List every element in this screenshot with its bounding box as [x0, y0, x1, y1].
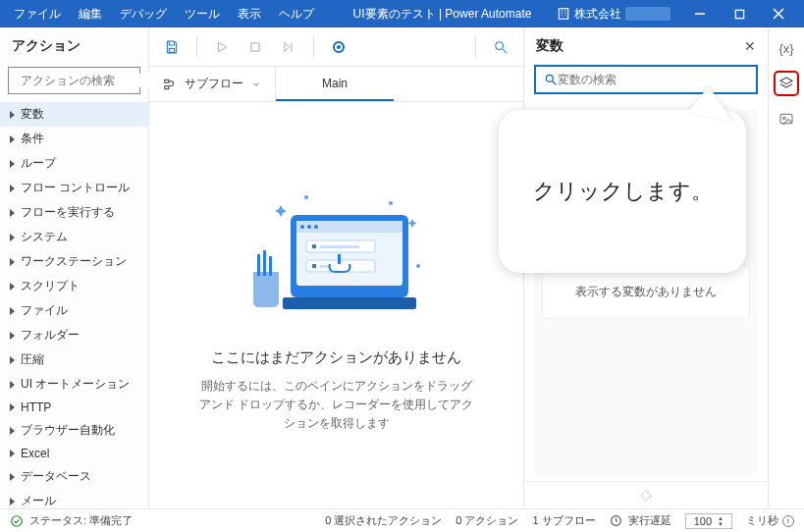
variables-footer: [524, 481, 768, 508]
actions-tree[interactable]: 変数条件ループフロー コントロールフローを実行するシステムワークステーションスク…: [0, 102, 148, 508]
actions-tree-label: ファイル: [21, 302, 68, 319]
company-badge[interactable]: 株式会社: [557, 6, 670, 23]
search-icon: [544, 73, 558, 86]
actions-tree-label: メール: [21, 493, 56, 508]
actions-tree-item[interactable]: HTTP: [0, 397, 148, 418]
rail-variables-button[interactable]: {x}: [774, 35, 799, 61]
menu-tool[interactable]: ツール: [185, 6, 220, 23]
tab-main[interactable]: Main: [276, 67, 394, 101]
layers-icon: [778, 76, 794, 91]
menu-help[interactable]: ヘルプ: [279, 6, 314, 23]
subflow-label: サブフロー: [185, 76, 243, 92]
status-text: ステータス: 準備完了: [29, 513, 133, 528]
empty-subtitle: 開始するには、このペインにアクションをドラッグ アンド ドロップするか、レコーダ…: [199, 377, 474, 434]
stop-button[interactable]: [241, 32, 270, 62]
actions-tree-item[interactable]: スクリプト: [0, 274, 148, 298]
menu-view[interactable]: 表示: [238, 6, 261, 23]
actions-search[interactable]: [8, 67, 140, 94]
svg-point-29: [389, 201, 393, 205]
actions-tree-item[interactable]: ループ: [0, 151, 148, 176]
actions-tree-item[interactable]: フロー コントロール: [0, 176, 148, 200]
actions-tree-item[interactable]: データベース: [0, 464, 148, 489]
save-button[interactable]: [157, 32, 187, 62]
image-icon: [778, 111, 794, 127]
chevron-right-icon: [10, 498, 15, 505]
menu-debug[interactable]: デバッグ: [120, 6, 167, 23]
maximize-button[interactable]: [720, 0, 759, 27]
chevron-right-icon: [10, 332, 15, 340]
chevron-right-icon: [10, 381, 15, 389]
minimize-button[interactable]: [680, 0, 720, 27]
record-icon: [333, 41, 345, 53]
actions-panel: アクション 変数条件ループフロー コントロールフローを実行するシステムワークステ…: [0, 27, 149, 508]
svg-point-30: [304, 195, 308, 199]
actions-tree-item[interactable]: 変数: [0, 102, 148, 127]
variables-search-input[interactable]: [558, 73, 748, 86]
svg-point-17: [314, 225, 318, 229]
actions-tree-item[interactable]: フローを実行する: [0, 200, 148, 225]
menu-edit[interactable]: 編集: [79, 6, 102, 23]
actions-tree-label: HTTP: [21, 400, 51, 414]
svg-point-35: [783, 117, 786, 120]
actions-tree-item[interactable]: メール: [0, 489, 148, 508]
chevron-right-icon: [10, 450, 15, 457]
company-label: 株式会社: [574, 6, 621, 23]
subflow-dropdown[interactable]: サブフロー: [149, 67, 276, 101]
clock-icon: [610, 514, 622, 527]
rail-ui-elements-button[interactable]: [774, 71, 799, 96]
rail-images-button[interactable]: [774, 106, 799, 132]
menu-file[interactable]: ファイル: [14, 6, 61, 23]
svg-rect-11: [165, 85, 169, 88]
designer-canvas[interactable]: ここにはまだアクションがありません 開始するには、このペインにアクションをドラッ…: [149, 102, 523, 508]
svg-rect-2: [735, 10, 743, 18]
actions-tree-item[interactable]: 圧縮: [0, 347, 148, 372]
svg-rect-28: [269, 256, 272, 276]
delay-input[interactable]: 100 ▲▼: [685, 513, 732, 529]
callout-tooltip: クリックします。: [499, 110, 746, 273]
chevron-down-icon: [251, 80, 261, 89]
chevron-right-icon: [10, 160, 15, 168]
delay-spinner[interactable]: ▲▼: [718, 515, 724, 527]
svg-rect-0: [559, 9, 567, 20]
actions-tree-item[interactable]: UI オートメーション: [0, 372, 148, 397]
svg-rect-19: [312, 244, 316, 248]
flow-tabs: サブフロー Main: [149, 67, 523, 102]
step-button[interactable]: [274, 32, 303, 62]
actions-tree-label: フローを実行する: [21, 204, 115, 221]
svg-point-36: [12, 515, 23, 526]
actions-tree-label: 変数: [21, 106, 44, 123]
designer-search-button[interactable]: [486, 32, 515, 62]
actions-tree-item[interactable]: システム: [0, 225, 148, 249]
info-icon[interactable]: i: [782, 515, 794, 527]
svg-rect-27: [263, 250, 266, 276]
actions-tree-item[interactable]: フォルダー: [0, 323, 148, 347]
delay-label: 実行遅延: [628, 513, 671, 528]
svg-rect-14: [296, 221, 402, 233]
chevron-right-icon: [10, 185, 15, 192]
actions-tree-item[interactable]: ファイル: [0, 298, 148, 323]
actions-tree-label: ワークステーション: [21, 253, 127, 270]
actions-tree-label: UI オートメーション: [21, 376, 130, 393]
actions-search-input[interactable]: [21, 74, 168, 87]
actions-tree-label: 条件: [21, 131, 44, 147]
chevron-right-icon: [10, 307, 15, 315]
diamond-icon: [639, 489, 653, 503]
delay-value: 100: [694, 515, 712, 527]
variables-close-button[interactable]: ✕: [744, 38, 756, 54]
run-button[interactable]: [207, 32, 237, 62]
subflow-icon: [163, 78, 177, 91]
window-title: UI要素のテスト | Power Automate: [328, 6, 557, 23]
chevron-right-icon: [10, 135, 15, 143]
actions-tree-item[interactable]: ブラウザー自動化: [0, 418, 148, 443]
record-button[interactable]: [324, 32, 353, 62]
stat-actions: 0 アクション: [456, 513, 518, 528]
actions-tree-item[interactable]: 条件: [0, 127, 148, 151]
stat-subflows: 1 サブフロー: [533, 513, 596, 528]
actions-tree-label: フロー コントロール: [21, 180, 130, 196]
close-window-button[interactable]: [759, 0, 798, 27]
chevron-right-icon: [10, 283, 15, 291]
actions-tree-item[interactable]: ワークステーション: [0, 249, 148, 274]
actions-tree-item[interactable]: Excel: [0, 443, 148, 464]
callout-text: クリックします。: [533, 177, 713, 206]
building-icon: [557, 7, 570, 21]
